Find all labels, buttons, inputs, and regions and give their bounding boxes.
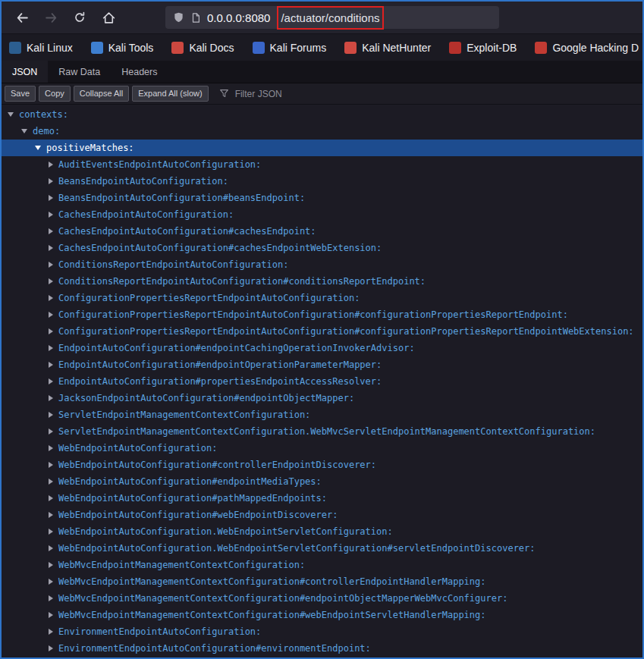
twisty-icon[interactable] [49,495,53,501]
json-tree-row[interactable]: WebMvcEndpointManagementContextConfigura… [2,607,642,623]
bookmark-label: Google Hacking D [552,42,639,54]
json-tree-row[interactable]: WebMvcEndpointManagementContextConfigura… [2,557,642,573]
twisty-icon[interactable] [49,295,53,301]
json-tree-row[interactable]: WebMvcEndpointManagementContextConfigura… [2,590,642,607]
twisty-icon[interactable] [49,278,53,284]
bookmark-item[interactable]: Kali Docs [171,42,234,54]
twisty-icon[interactable] [49,312,53,318]
twisty-icon[interactable] [49,612,53,618]
bookmark-item[interactable]: Exploit-DB [449,42,517,54]
home-button[interactable] [96,5,121,30]
json-tree-row[interactable]: demo: [2,123,642,140]
json-key: EndpointAutoConfiguration#endpointCachin… [58,343,415,353]
json-key: WebEndpointAutoConfiguration.WebEndpoint… [58,543,536,554]
json-tree-row[interactable]: EnvironmentEndpointAutoConfiguration#env… [2,640,642,657]
reload-button[interactable] [67,5,93,30]
save-button[interactable]: Save [5,86,36,102]
twisty-icon[interactable] [49,212,53,218]
bookmark-item[interactable]: Kali Tools [91,42,154,54]
json-tree-row[interactable]: ConfigurationPropertiesReportEndpointAut… [2,290,642,306]
page-info-icon[interactable] [190,12,201,24]
json-tree-row[interactable]: BeansEndpointAutoConfiguration#beansEndp… [2,190,642,206]
json-tree-row[interactable]: WebEndpointAutoConfiguration.WebEndpoint… [2,540,642,557]
json-tree-row[interactable]: WebEndpointAutoConfiguration.WebEndpoint… [2,523,642,540]
twisty-icon[interactable] [49,195,53,201]
twisty-icon[interactable] [49,362,53,368]
twisty-icon[interactable] [35,146,41,150]
twisty-icon[interactable] [49,345,53,351]
filter-json-input[interactable] [234,88,347,100]
copy-button[interactable]: Copy [39,86,71,102]
back-button[interactable] [9,5,35,30]
json-tree-row[interactable]: BeansEndpointAutoConfiguration: [2,173,642,190]
twisty-icon[interactable] [49,579,53,585]
twisty-icon[interactable] [49,629,53,635]
json-key: AuditEventsEndpointAutoConfiguration: [58,159,261,170]
json-tree-row[interactable]: ConditionsReportEndpointAutoConfiguratio… [2,273,642,290]
json-key: WebEndpointAutoConfiguration#endpointMed… [58,476,322,487]
twisty-icon[interactable] [49,412,53,418]
collapse-all-button[interactable]: Collapse All [74,86,129,102]
twisty-icon[interactable] [49,162,53,168]
json-tree-row[interactable]: EndpointAutoConfiguration#endpointCachin… [2,340,642,356]
json-key: ConfigurationPropertiesReportEndpointAut… [58,326,634,337]
twisty-icon[interactable] [49,395,53,401]
twisty-icon[interactable] [49,479,53,485]
expand-all-button[interactable]: Expand All (slow) [132,86,208,102]
bookmark-item[interactable]: Kali Forums [253,42,327,54]
twisty-icon[interactable] [49,245,53,251]
json-tree-row[interactable]: ServletEndpointManagementContextConfigur… [2,406,642,423]
twisty-icon[interactable] [49,428,53,435]
twisty-icon[interactable] [49,462,53,468]
twisty-icon[interactable] [49,262,53,268]
json-tree-row[interactable]: positiveMatches: [2,140,642,156]
json-tree-row[interactable]: WebMvcEndpointManagementContextConfigura… [2,573,642,590]
json-tree-row[interactable]: CachesEndpointAutoConfiguration#cachesEn… [2,223,642,240]
bookmark-item[interactable]: Kali Linux [9,42,73,54]
json-tree-row[interactable]: EndpointAutoConfiguration#propertiesEndp… [2,373,642,390]
twisty-icon[interactable] [49,228,53,234]
twisty-icon[interactable] [21,129,27,133]
twisty-icon[interactable] [49,445,53,451]
json-key: CachesEndpointAutoConfiguration: [58,209,234,220]
twisty-icon[interactable] [49,378,53,384]
twisty-icon[interactable] [49,595,53,601]
twisty-icon[interactable] [8,112,14,117]
json-tree-row[interactable]: ConditionsReportEndpointAutoConfiguratio… [2,256,642,273]
json-tree-row[interactable]: contexts: [2,106,642,123]
bookmark-item[interactable]: Kali NetHunter [344,42,431,54]
twisty-icon[interactable] [49,562,53,568]
json-key: EnvironmentEndpointAutoConfiguration#env… [58,643,371,654]
json-tree-row[interactable]: CachesEndpointAutoConfiguration: [2,206,642,223]
twisty-icon[interactable] [49,512,53,518]
home-icon [102,11,115,24]
json-tree-row[interactable]: EndpointAutoConfiguration#endpointOperat… [2,356,642,373]
forward-button[interactable] [38,5,64,30]
json-tree-row[interactable]: AuditEventsEndpointAutoConfiguration: [2,156,642,173]
json-tree-row[interactable]: WebEndpointAutoConfiguration#controllerE… [2,457,642,473]
twisty-icon[interactable] [49,328,53,334]
twisty-icon[interactable] [49,178,53,184]
json-tree-row[interactable]: ConfigurationPropertiesReportEndpointAut… [2,306,642,323]
json-tree-row[interactable]: ConfigurationPropertiesReportEndpointAut… [2,323,642,340]
json-tree-row[interactable]: WebEndpointAutoConfiguration#webEndpoint… [2,507,642,523]
json-tree-row[interactable]: EnvironmentEndpointAutoConfiguration: [2,623,642,640]
json-tree-row[interactable]: CachesEndpointAutoConfiguration#cachesEn… [2,240,642,256]
tab-json[interactable]: JSON [2,61,48,83]
json-tree-row[interactable]: WebEndpointAutoConfiguration: [2,440,642,457]
twisty-icon[interactable] [49,545,53,551]
shield-icon[interactable] [173,11,184,24]
url-bar[interactable]: 0.0.0.0:8080 /actuator/conditions [165,6,499,29]
json-tree-row[interactable]: ServletEndpointManagementContextConfigur… [2,423,642,440]
tab-raw-data[interactable]: Raw Data [48,61,111,83]
bookmark-item[interactable]: Google Hacking D [535,42,639,54]
json-tree-row[interactable]: WebEndpointAutoConfiguration#endpointMed… [2,473,642,490]
json-tree-row[interactable]: JacksonEndpointAutoConfiguration#endpoin… [2,390,642,406]
bookmark-label: Kali Forums [270,42,327,54]
json-key: EndpointAutoConfiguration#propertiesEndp… [58,376,382,387]
twisty-icon[interactable] [49,529,53,535]
twisty-icon[interactable] [49,645,53,651]
bookmark-favicon [344,42,357,54]
tab-headers[interactable]: Headers [111,61,168,83]
json-tree-row[interactable]: WebEndpointAutoConfiguration#pathMappedE… [2,490,642,507]
